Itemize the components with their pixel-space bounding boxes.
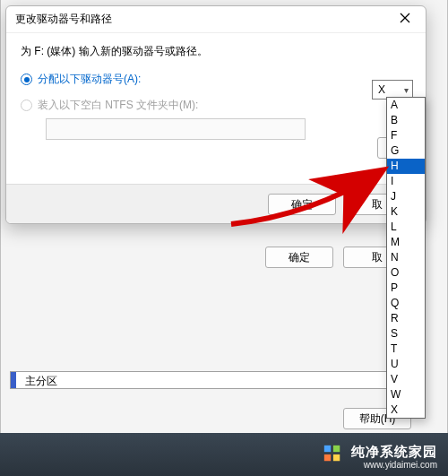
- drive-letter-option-J[interactable]: J: [387, 189, 425, 204]
- watermark-url: www.yidaimei.com: [351, 460, 437, 471]
- drive-letter-option-M[interactable]: M: [387, 235, 425, 250]
- drive-letter-option-I[interactable]: I: [387, 174, 425, 189]
- primary-partition-legend: 主分区: [10, 371, 420, 389]
- primary-partition-swatch: [11, 372, 16, 388]
- mount-folder-option[interactable]: 装入以下空白 NTFS 文件夹中(M):: [21, 98, 411, 113]
- close-button[interactable]: [390, 9, 420, 30]
- dialog-body: 为 F: (媒体) 输入新的驱动器号或路径。 分配以下驱动器号(A): 装入以下…: [6, 33, 426, 156]
- assign-letter-option[interactable]: 分配以下驱动器号(A):: [21, 72, 411, 87]
- watermark: 纯净系统家园 www.yidaimei.com: [351, 444, 437, 471]
- drive-letter-option-G[interactable]: G: [387, 143, 425, 159]
- drive-letter-option-U[interactable]: U: [387, 357, 425, 372]
- radio-assign-letter[interactable]: [21, 74, 32, 85]
- drive-letter-option-P[interactable]: P: [387, 281, 425, 296]
- dialog-instruction: 为 F: (媒体) 输入新的驱动器号或路径。: [21, 44, 411, 59]
- drive-letter-option-L[interactable]: L: [387, 220, 425, 235]
- drive-letter-option-S[interactable]: S: [387, 326, 425, 342]
- watermark-logo-icon: [323, 444, 342, 463]
- drive-letter-option-H[interactable]: H: [387, 159, 425, 174]
- drive-letter-option-X[interactable]: X: [387, 402, 425, 418]
- svg-rect-3: [333, 446, 340, 452]
- drive-letter-option-K[interactable]: K: [387, 204, 425, 220]
- dialog-ok-button[interactable]: 确定: [268, 194, 336, 215]
- svg-rect-4: [324, 454, 331, 461]
- drive-letter-option-N[interactable]: N: [387, 250, 425, 265]
- mount-path-input: [46, 118, 306, 140]
- drive-letter-option-W[interactable]: W: [387, 387, 425, 402]
- drive-letter-option-T[interactable]: T: [387, 342, 425, 357]
- primary-partition-label: 主分区: [25, 375, 57, 387]
- drive-letter-selected: X: [378, 83, 385, 96]
- dialog-titlebar: 更改驱动器号和路径: [6, 6, 426, 33]
- close-icon: [400, 13, 410, 23]
- chevron-down-icon: ▾: [404, 85, 409, 95]
- drive-letter-option-Q[interactable]: Q: [387, 296, 425, 311]
- drive-letter-option-F[interactable]: F: [387, 128, 425, 143]
- mount-folder-label: 装入以下空白 NTFS 文件夹中(M):: [38, 98, 198, 113]
- outer-ok-button[interactable]: 确定: [265, 247, 333, 268]
- dialog-footer: 确定 取: [6, 184, 426, 223]
- drive-letter-option-A[interactable]: A: [387, 98, 425, 113]
- drive-letter-option-V[interactable]: V: [387, 372, 425, 387]
- radio-mount-folder[interactable]: [21, 100, 32, 111]
- dialog-title: 更改驱动器号和路径: [15, 12, 390, 27]
- watermark-brand: 纯净系统家园: [351, 444, 437, 460]
- drive-letter-dropdown[interactable]: ABFGHIJKLMNOPQRSTUVWX: [386, 97, 426, 419]
- drive-letter-option-R[interactable]: R: [387, 311, 425, 326]
- svg-rect-5: [333, 454, 340, 461]
- change-drive-letter-dialog: 更改驱动器号和路径 为 F: (媒体) 输入新的驱动器号或路径。 分配以下驱动器…: [5, 5, 426, 224]
- svg-rect-2: [324, 446, 331, 452]
- drive-letter-option-B[interactable]: B: [387, 113, 425, 128]
- drive-letter-option-O[interactable]: O: [387, 265, 425, 281]
- assign-letter-label: 分配以下驱动器号(A):: [38, 72, 141, 87]
